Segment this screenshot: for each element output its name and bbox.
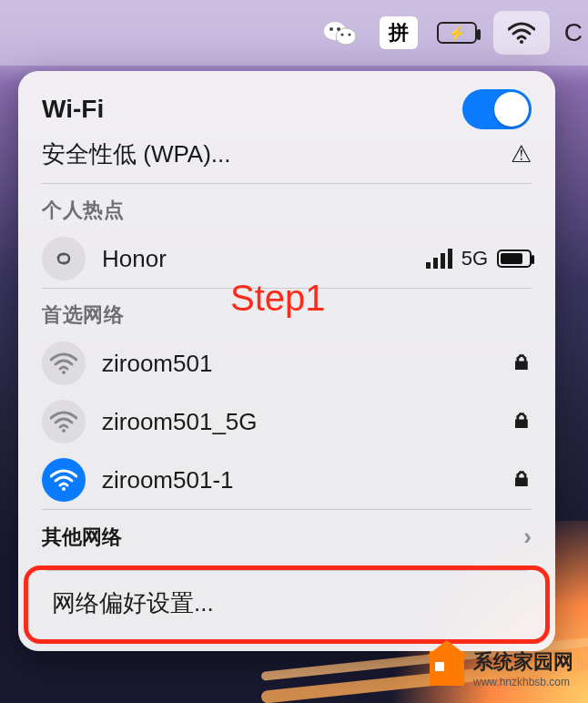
warning-icon: ⚠︎ — [511, 140, 532, 168]
svg-point-5 — [348, 33, 350, 36]
hotspot-section-label: 个人热点 — [18, 184, 555, 229]
wifi-toggle[interactable] — [462, 89, 532, 129]
wifi-title: Wi-Fi — [42, 95, 104, 124]
battery-icon — [497, 250, 532, 268]
wifi-header: Wi-Fi — [18, 71, 555, 135]
battery-status[interactable]: ⚡ — [435, 11, 479, 55]
other-networks-label: 其他网络 — [42, 524, 122, 551]
battery-icon: ⚡ — [437, 22, 477, 44]
watermark-cn: 系统家园网 — [473, 648, 573, 676]
network-name: ziroom501_5G — [102, 408, 495, 436]
wifi-icon — [42, 341, 86, 385]
hotspot-link-icon — [42, 237, 86, 280]
lock-icon: 🔒︎ — [512, 410, 532, 433]
svg-point-3 — [337, 27, 340, 31]
network-preferences-label: 网络偏好设置... — [52, 589, 214, 616]
other-networks-row[interactable]: 其他网络 › — [18, 510, 555, 564]
wifi-menubar-item[interactable] — [493, 11, 550, 55]
pinyin-icon: 拼 — [380, 16, 418, 49]
watermark-logo-icon — [430, 651, 464, 686]
control-center-icon[interactable]: C — [564, 11, 583, 55]
wifi-icon — [508, 22, 535, 44]
svg-point-2 — [329, 27, 333, 31]
network-preferences-button[interactable]: 网络偏好设置... — [28, 571, 545, 639]
network-name: ziroom501-1 — [102, 466, 495, 494]
menu-bar: 拼 ⚡ C — [0, 0, 588, 66]
watermark: 系统家园网 www.hnzkhbsb.com — [430, 648, 573, 688]
svg-point-7 — [62, 371, 66, 374]
input-method-menu[interactable]: 拼 — [377, 11, 421, 55]
chevron-right-icon: › — [523, 523, 532, 551]
wifi-icon — [42, 400, 86, 443]
svg-point-4 — [340, 33, 343, 36]
wechat-icon[interactable] — [319, 11, 362, 55]
hotspot-name: Honor — [102, 245, 410, 273]
signal-bars-icon — [426, 249, 452, 269]
watermark-en: www.hnzkhbsb.com — [473, 676, 573, 688]
svg-point-8 — [62, 429, 66, 433]
lock-icon: 🔒︎ — [512, 468, 532, 492]
security-warning-text: 安全性低 (WPA)... — [42, 138, 231, 170]
step-annotation: Step1 — [230, 278, 326, 319]
svg-point-9 — [62, 487, 66, 491]
hotspot-status: 5G — [426, 247, 532, 270]
fiveg-label: 5G — [461, 247, 488, 270]
lock-icon: 🔒︎ — [512, 352, 532, 375]
wifi-popover: Wi-Fi 安全性低 (WPA)... ⚠︎ 个人热点 Honor 5G 首选网… — [18, 71, 555, 651]
network-item[interactable]: ziroom501_5G 🔒︎ — [18, 392, 555, 451]
annotation-highlight: 网络偏好设置... — [24, 565, 550, 644]
network-item[interactable]: ziroom501 🔒︎ — [18, 334, 555, 392]
svg-point-6 — [520, 40, 523, 44]
wifi-icon — [42, 458, 86, 502]
security-warning-row[interactable]: 安全性低 (WPA)... ⚠︎ — [18, 135, 555, 183]
toggle-knob — [494, 92, 529, 127]
network-item-active[interactable]: ziroom501-1 🔒︎ — [18, 451, 555, 509]
network-name: ziroom501 — [102, 350, 495, 378]
